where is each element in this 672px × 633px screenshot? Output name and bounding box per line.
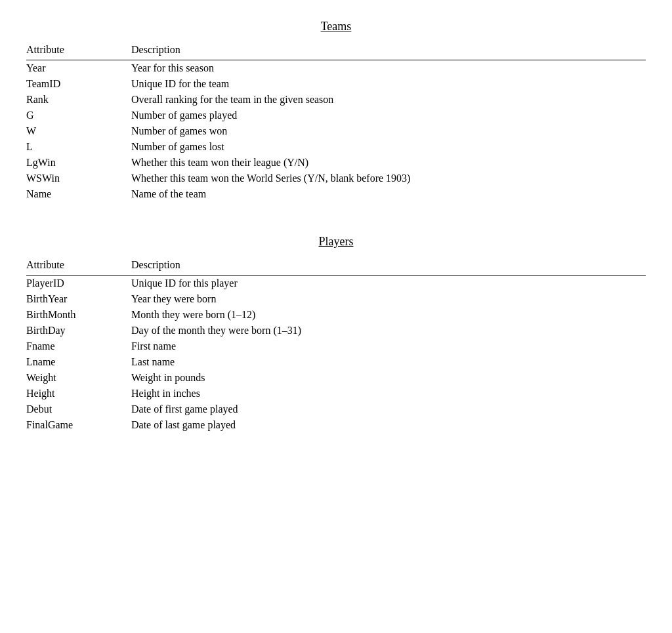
players-row-description: Weight in pounds [131, 372, 646, 384]
teams-row-description: Whether this team won their league (Y/N) [131, 157, 646, 169]
players-title: Players [26, 235, 646, 249]
teams-row-description: Number of games lost [131, 141, 646, 153]
teams-row-description: Number of games won [131, 125, 646, 137]
teams-row-attribute: Year [26, 62, 131, 74]
teams-row-attribute: L [26, 141, 131, 153]
players-row-attribute: Lname [26, 356, 131, 368]
table-row: DebutDate of first game played [26, 401, 646, 417]
players-section: Players Attribute Description PlayerIDUn… [26, 235, 646, 433]
teams-row-description: Overall ranking for the team in the give… [131, 94, 646, 106]
teams-row-description: Unique ID for the team [131, 78, 646, 90]
players-row-attribute: FinalGame [26, 419, 131, 431]
players-header-attribute: Attribute [26, 259, 131, 271]
teams-row-description: Whether this team won the World Series (… [131, 173, 646, 184]
teams-row-attribute: G [26, 110, 131, 121]
players-row-attribute: BirthMonth [26, 309, 131, 321]
teams-section: Teams Attribute Description YearYear for… [26, 20, 646, 202]
table-row: WSWinWhether this team won the World Ser… [26, 171, 646, 186]
table-row: TeamIDUnique ID for the team [26, 76, 646, 92]
players-row-attribute: PlayerID [26, 277, 131, 289]
table-row: PlayerIDUnique ID for this player [26, 276, 646, 291]
players-row-attribute: Height [26, 388, 131, 399]
teams-row-description: Name of the team [131, 188, 646, 200]
table-row: NameName of the team [26, 186, 646, 202]
players-table: Attribute Description PlayerIDUnique ID … [26, 256, 646, 433]
table-row: FinalGameDate of last game played [26, 417, 646, 433]
teams-title: Teams [26, 20, 646, 33]
players-row-description: Month they were born (1–12) [131, 309, 646, 321]
players-header-description: Description [131, 259, 646, 271]
teams-row-attribute: LgWin [26, 157, 131, 169]
players-rows-container: PlayerIDUnique ID for this playerBirthYe… [26, 276, 646, 433]
teams-row-attribute: Rank [26, 94, 131, 106]
players-row-description: Day of the month they were born (1–31) [131, 325, 646, 337]
players-row-description: Last name [131, 356, 646, 368]
table-row: FnameFirst name [26, 338, 646, 354]
table-row: HeightHeight in inches [26, 386, 646, 401]
teams-table: Attribute Description YearYear for this … [26, 41, 646, 202]
teams-header-attribute: Attribute [26, 44, 131, 56]
table-row: LnameLast name [26, 354, 646, 370]
table-row: BirthMonthMonth they were born (1–12) [26, 307, 646, 323]
players-row-description: First name [131, 340, 646, 352]
table-row: BirthYearYear they were born [26, 291, 646, 307]
table-row: WNumber of games won [26, 123, 646, 139]
players-row-description: Date of first game played [131, 403, 646, 415]
players-row-attribute: Debut [26, 403, 131, 415]
table-row: YearYear for this season [26, 60, 646, 76]
table-row: WeightWeight in pounds [26, 370, 646, 386]
teams-header-row: Attribute Description [26, 41, 646, 60]
players-row-attribute: Fname [26, 340, 131, 352]
teams-row-attribute: Name [26, 188, 131, 200]
players-row-attribute: BirthYear [26, 293, 131, 305]
players-row-attribute: BirthDay [26, 325, 131, 337]
teams-row-attribute: TeamID [26, 78, 131, 90]
table-row: RankOverall ranking for the team in the … [26, 92, 646, 108]
teams-row-description: Number of games played [131, 110, 646, 121]
players-row-description: Height in inches [131, 388, 646, 399]
table-row: BirthDayDay of the month they were born … [26, 323, 646, 338]
players-row-description: Unique ID for this player [131, 277, 646, 289]
players-row-description: Date of last game played [131, 419, 646, 431]
teams-row-attribute: W [26, 125, 131, 137]
teams-row-description: Year for this season [131, 62, 646, 74]
players-row-description: Year they were born [131, 293, 646, 305]
teams-header-description: Description [131, 44, 646, 56]
table-row: LgWinWhether this team won their league … [26, 155, 646, 171]
table-row: LNumber of games lost [26, 139, 646, 155]
teams-row-attribute: WSWin [26, 173, 131, 184]
teams-rows-container: YearYear for this seasonTeamIDUnique ID … [26, 60, 646, 202]
players-header-row: Attribute Description [26, 256, 646, 275]
table-row: GNumber of games played [26, 108, 646, 123]
players-row-attribute: Weight [26, 372, 131, 384]
